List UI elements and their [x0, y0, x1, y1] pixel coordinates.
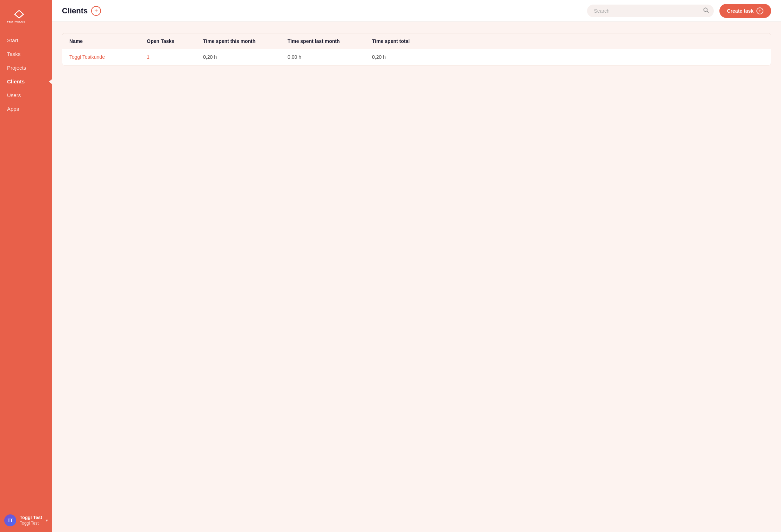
svg-text:FEATVALUE: FEATVALUE	[7, 20, 26, 23]
col-header-time-total: Time spent total	[372, 38, 442, 44]
sidebar-item-clients[interactable]: Clients	[0, 75, 52, 88]
search-container	[587, 5, 714, 17]
sidebar-footer-text: Toggl Test Toggl Test	[20, 515, 42, 526]
col-header-name: Name	[69, 38, 147, 44]
client-name-link[interactable]: Toggl Testkunde	[69, 54, 105, 60]
content-area: Name Open Tasks Time spent this month Ti…	[52, 22, 781, 532]
page-title: Clients +	[62, 6, 101, 16]
active-indicator	[49, 79, 52, 84]
cell-client-name[interactable]: Toggl Testkunde	[69, 54, 147, 60]
col-header-time-this-month: Time spent this month	[203, 38, 288, 44]
cell-time-total: 0,20 h	[372, 54, 442, 60]
logo-svg: FEATVALUE	[7, 8, 32, 23]
cell-open-tasks: 1	[147, 54, 203, 60]
table-header: Name Open Tasks Time spent this month Ti…	[62, 33, 771, 49]
chevron-down-icon: ▾	[46, 518, 48, 523]
create-task-plus-icon: +	[756, 7, 763, 14]
footer-name: Toggl Test	[20, 515, 42, 521]
sidebar-item-projects[interactable]: Projects	[0, 61, 52, 74]
logo: FEATVALUE	[0, 0, 52, 34]
sidebar-item-users[interactable]: Users	[0, 89, 52, 102]
main-content: Clients + Create task + Name Open Tasks	[52, 0, 781, 532]
sidebar-nav: Start Tasks Projects Clients Users Apps	[0, 34, 52, 509]
sidebar-footer[interactable]: TT Toggl Test Toggl Test ▾	[0, 509, 52, 532]
sidebar-item-apps[interactable]: Apps	[0, 102, 52, 115]
sidebar-item-tasks[interactable]: Tasks	[0, 48, 52, 61]
cell-time-this-month: 0,20 h	[203, 54, 288, 60]
search-icon	[703, 7, 709, 14]
sidebar: FEATVALUE Start Tasks Projects Clients U…	[0, 0, 52, 532]
footer-sub: Toggl Test	[20, 521, 42, 526]
clients-table: Name Open Tasks Time spent this month Ti…	[62, 33, 771, 65]
add-client-button[interactable]: +	[91, 6, 101, 16]
col-header-open-tasks: Open Tasks	[147, 38, 203, 44]
search-input[interactable]	[587, 5, 714, 17]
create-task-button[interactable]: Create task +	[719, 4, 771, 18]
avatar: TT	[4, 514, 16, 526]
col-header-time-last-month: Time spent last month	[288, 38, 372, 44]
sidebar-item-start[interactable]: Start	[0, 34, 52, 47]
header: Clients + Create task +	[52, 0, 781, 22]
svg-line-3	[707, 11, 708, 12]
svg-marker-0	[15, 11, 24, 18]
table-row: Toggl Testkunde 1 0,20 h 0,00 h 0,20 h	[62, 49, 771, 65]
cell-time-last-month: 0,00 h	[288, 54, 372, 60]
